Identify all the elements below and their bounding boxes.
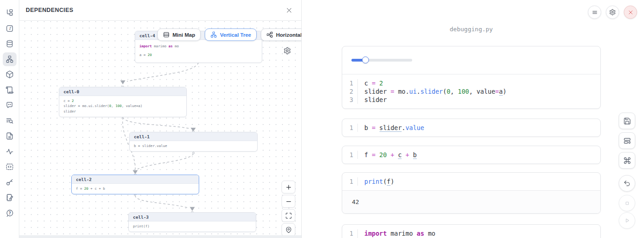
command-palette-button[interactable] — [619, 152, 635, 169]
graph-horizontal-scrollbar[interactable] — [19, 235, 301, 238]
function-icon[interactable]: f — [3, 22, 17, 35]
code-line[interactable]: slider = mo.ui.slider(0, 100, value=a) — [364, 87, 600, 96]
shutdown-button[interactable] — [624, 6, 637, 19]
mini-map-label: Mini Map — [172, 32, 195, 38]
line-numbers: 1 — [342, 151, 358, 159]
graph-node-cell-0[interactable]: cell-0c = 2slider = mo.ui.slider(0, 100,… — [59, 87, 187, 117]
logs-scroll-icon[interactable] — [3, 83, 17, 97]
graph-settings-button[interactable] — [283, 47, 291, 57]
ai-chat-icon[interactable] — [3, 98, 17, 112]
notebook-area: debugging.py 123c = 2slider = mo.ui.slid… — [302, 0, 644, 238]
code-line[interactable]: print(f) — [364, 177, 600, 186]
fit-view-button[interactable] — [282, 209, 295, 222]
graph-node-code: f = 20 + c + b — [72, 184, 199, 194]
database-icon[interactable] — [3, 37, 17, 51]
svg-text:f: f — [9, 26, 12, 31]
documentation-icon[interactable] — [3, 129, 17, 143]
left-icon-rail: f — [0, 0, 19, 238]
marimo-app: f — [0, 0, 644, 238]
top-right-actions — [588, 6, 637, 19]
vertical-tree-button[interactable]: Vertical Tree — [205, 28, 257, 41]
code-lines[interactable]: print(f) — [358, 177, 600, 186]
mini-map-button[interactable]: Mini Map — [157, 28, 201, 41]
graph-node-title: cell-3 — [129, 213, 256, 221]
run-button[interactable] — [619, 212, 635, 229]
stop-button[interactable] — [619, 195, 635, 211]
dependencies-panel: DEPENDENCIES — [19, 0, 302, 238]
graph-node-code: b = slider.value — [130, 141, 257, 151]
code-lines[interactable]: c = 2slider = mo.ui.slider(0, 100, value… — [358, 79, 600, 104]
help-icon[interactable]: ? — [3, 206, 17, 220]
save-button[interactable] — [619, 113, 635, 129]
graph-node-title: cell-2 — [72, 175, 199, 184]
notebook-filename: debugging.py — [342, 26, 601, 33]
horizontal-tree-button[interactable]: Horizontal Tree — [261, 28, 301, 41]
graph-node-cell-3[interactable]: cell-3print(f) — [128, 212, 256, 232]
snippets-icon[interactable] — [3, 160, 17, 174]
layout-toggle-button[interactable] — [619, 132, 635, 149]
close-panel-button[interactable] — [284, 5, 294, 15]
line-numbers: 12 — [342, 229, 358, 238]
horizontal-tree-icon — [266, 31, 273, 38]
package-icon[interactable] — [3, 68, 17, 81]
slider-widget[interactable] — [351, 59, 412, 62]
f-cell[interactable]: 1f = 20 + c + b — [342, 146, 601, 164]
code-line[interactable]: b = slider.value — [364, 124, 600, 132]
graph-zoom-controls — [282, 181, 295, 236]
hamburger-icon — [592, 9, 598, 16]
dependency-graph-canvas[interactable]: cell-4import marimo as moa = 20cell-0c =… — [19, 21, 301, 238]
print-cell[interactable]: 1print(f)42 — [342, 172, 601, 214]
right-action-rail — [619, 113, 635, 229]
horizontal-tree-label: Horizontal Tree — [276, 32, 301, 38]
undo-button[interactable] — [619, 175, 635, 192]
code-line[interactable]: slider — [364, 96, 600, 104]
import-cell[interactable]: 12import marimo as mo — [342, 224, 601, 238]
b-cell[interactable]: 1b = slider.value — [342, 119, 601, 137]
code-editor[interactable]: 12import marimo as mo — [342, 225, 600, 238]
code-editor[interactable]: 1b = slider.value — [342, 119, 600, 136]
slider-handle[interactable] — [362, 57, 369, 63]
slider-output — [342, 46, 600, 74]
map-pin-icon — [285, 227, 292, 233]
code-editor[interactable]: 123c = 2slider = mo.ui.slider(0, 100, va… — [342, 74, 600, 108]
play-icon — [623, 217, 631, 224]
activity-icon[interactable] — [3, 145, 17, 159]
code-lines[interactable]: import marimo as mo — [358, 229, 600, 238]
code-editor[interactable]: 1print(f) — [342, 173, 600, 190]
trace-search-icon[interactable] — [3, 114, 17, 128]
code-editor[interactable]: 1f = 20 + c + b — [342, 146, 600, 164]
stop-icon — [624, 200, 631, 207]
vertical-tree-icon — [210, 31, 217, 38]
secrets-key-icon[interactable] — [3, 176, 17, 189]
close-x-icon — [628, 10, 633, 15]
settings-button[interactable] — [606, 6, 619, 19]
save-icon — [623, 117, 631, 125]
command-icon — [623, 157, 631, 164]
line-numbers: 1 — [342, 177, 358, 186]
mini-map-icon — [163, 31, 170, 38]
graph-node-cell-2[interactable]: cell-2f = 20 + c + b — [71, 175, 199, 194]
code-line[interactable]: import marimo as mo — [364, 229, 600, 238]
graph-node-cell-1[interactable]: cell-1b = slider.value — [129, 132, 258, 152]
locate-node-button[interactable] — [282, 223, 295, 236]
zoom-out-button[interactable] — [282, 195, 295, 208]
slider-cell[interactable]: 123c = 2slider = mo.ui.slider(0, 100, va… — [342, 46, 601, 109]
scratchpad-icon[interactable] — [3, 191, 17, 204]
graph-node-code: print(f) — [129, 221, 256, 232]
file-tree-icon[interactable] — [3, 6, 17, 20]
line-numbers: 123 — [342, 79, 358, 104]
menu-button[interactable] — [588, 6, 601, 19]
graph-node-code: c = 2slider = mo.ui.slider(0, 100, value… — [59, 96, 186, 117]
code-line[interactable]: f = 20 + c + b — [364, 151, 600, 159]
code-line[interactable]: c = 2 — [364, 79, 600, 87]
code-lines[interactable]: b = slider.value — [358, 124, 600, 132]
graph-view-toolbar: Mini Map Vertical Tree Horizontal Tree — [157, 28, 301, 41]
cells-column: 123c = 2slider = mo.ui.slider(0, 100, va… — [342, 46, 601, 238]
code-lines[interactable]: f = 20 + c + b — [358, 151, 600, 159]
fullscreen-icon — [285, 212, 292, 219]
vertical-tree-label: Vertical Tree — [220, 32, 251, 38]
graph-node-title: cell-1 — [130, 132, 257, 141]
zoom-in-button[interactable] — [282, 181, 295, 193]
svg-text:?: ? — [8, 210, 11, 215]
dependency-graph-icon[interactable] — [3, 52, 17, 66]
